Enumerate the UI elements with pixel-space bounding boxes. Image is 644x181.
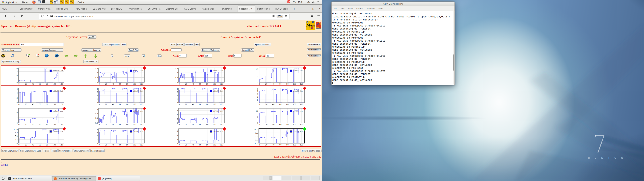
tab-discriminator[interactable]: Discriminator bbox=[164, 6, 182, 12]
power-icon[interactable] bbox=[317, 1, 319, 4]
tags-fits-dropdown[interactable]: Tags & Fits bbox=[128, 48, 139, 52]
tab-statistics-c[interactable]: Statistics @ c bbox=[256, 6, 273, 12]
tab-run-control[interactable]: Run Control ( bbox=[274, 6, 292, 12]
enable-logging-button[interactable]: Enable Logging bbox=[90, 149, 105, 152]
workspace-2[interactable] bbox=[273, 176, 282, 180]
network-status-icon[interactable]: ? bbox=[307, 1, 310, 4]
tab-led-and-wav[interactable]: LED and Wav bbox=[91, 6, 109, 12]
new-window-button[interactable]: new bbox=[124, 54, 130, 57]
terminal-menu-help[interactable]: Help bbox=[378, 7, 383, 10]
hamburger-menu-icon[interactable] bbox=[316, 14, 321, 18]
midas-logo[interactable]: Midaspowered byPOWERED bbox=[306, 21, 314, 30]
auto-update-button[interactable]: Auto Update ON bbox=[83, 60, 98, 63]
select-spectrum-dropdown[interactable]: Select a spectrum bbox=[102, 43, 120, 46]
workspace-6[interactable] bbox=[311, 176, 320, 180]
ymax-input[interactable]: 11 bbox=[266, 54, 274, 58]
xmin-input[interactable]: 0 bbox=[178, 54, 187, 58]
taskbar-window-3[interactable]: [AnyDesk] bbox=[96, 176, 140, 181]
what-are-these-button-1[interactable]: What are these? bbox=[307, 43, 321, 46]
overflow-menu-icon[interactable] bbox=[310, 14, 314, 18]
spectra-functions-dropdown[interactable]: Spectra functions bbox=[254, 43, 271, 46]
tab-lost-activity[interactable]: Lost activity bbox=[110, 6, 128, 12]
bookmark-star-icon[interactable] bbox=[284, 14, 288, 18]
chart-cell-aida08[interactable]: 012345020406080100120aida08 Stat bbox=[241, 86, 321, 106]
workspace-3[interactable] bbox=[282, 176, 291, 180]
tab-experiment-c[interactable]: Experiment C bbox=[18, 6, 36, 12]
zoom-level[interactable]: 80% bbox=[276, 15, 283, 18]
tab-close-icon[interactable]: × bbox=[250, 8, 252, 10]
terminal-close-button[interactable] bbox=[450, 3, 453, 5]
tab-gsi-white-ra[interactable]: GSI White Ra bbox=[146, 6, 164, 12]
permissions-icon[interactable] bbox=[50, 15, 53, 18]
tab-temperature[interactable]: Temperature bbox=[219, 6, 237, 12]
workspace-4[interactable] bbox=[292, 176, 300, 180]
radioactive-icon-button[interactable] bbox=[1, 54, 5, 58]
workspace-5[interactable] bbox=[301, 176, 310, 180]
show-desktop-icon[interactable] bbox=[2, 176, 5, 180]
terminal-scrollbar-thumb[interactable] bbox=[453, 54, 454, 70]
show-log-window-button[interactable]: Show Log Window bbox=[73, 149, 90, 152]
acquisition-server-select[interactable]: aida05 bbox=[88, 35, 96, 38]
reload-button[interactable] bbox=[20, 14, 24, 18]
view-functions-dropdown[interactable]: View functions bbox=[1, 48, 22, 52]
reader-mode-icon[interactable] bbox=[272, 14, 275, 18]
reset-button[interactable]: Reset bbox=[51, 149, 58, 152]
midas-launcher-icon[interactable]: Midas bbox=[50, 0, 53, 4]
shield-icon[interactable] bbox=[41, 14, 44, 18]
forward-button[interactable] bbox=[12, 14, 16, 18]
chart-cell-aida12[interactable]: 0510020406080100120aida12 Stat bbox=[241, 106, 321, 126]
chart-cell-aida01[interactable]: 05101520020406080100120aida01 Stat bbox=[1, 66, 81, 86]
show-variables-button[interactable]: Show Variables bbox=[58, 149, 72, 152]
places-menu[interactable]: Places bbox=[22, 0, 28, 4]
refresh-icon-button[interactable] bbox=[11, 54, 15, 58]
terminal-scrollbar[interactable] bbox=[453, 11, 454, 84]
anydesk-tray-icon[interactable] bbox=[288, 0, 290, 4]
url-bar[interactable]: localhost:8015/Spectrum/Spectrum.tml 80% bbox=[39, 14, 290, 19]
chart-cell-aida11[interactable]: 0246020406080100120aida11 Stat bbox=[161, 106, 241, 126]
zoom-in-icon-button[interactable] bbox=[26, 54, 30, 58]
chart-cell-aida10[interactable]: 0.01.02.03.0020406080100120aida10 Stat bbox=[81, 106, 161, 126]
terminal-launcher-icon[interactable] bbox=[42, 0, 45, 4]
ymin-input[interactable]: 0 bbox=[234, 54, 242, 58]
reload-button[interactable]: Reload bbox=[43, 149, 50, 152]
applications-menu-icon[interactable] bbox=[2, 0, 4, 4]
chart-cell-aida03[interactable]: 0.01.02.03.0020406080100120aida03 Stat bbox=[161, 66, 241, 86]
files-launcher-icon[interactable] bbox=[38, 0, 41, 4]
arrow-up-icon-button[interactable] bbox=[84, 54, 87, 59]
analysis-functions-dropdown[interactable]: Analysis functions bbox=[81, 48, 101, 52]
arrow-right-icon-button[interactable] bbox=[74, 54, 78, 59]
tab-spectrum-b[interactable]: Spectrum B× bbox=[237, 6, 255, 12]
url-text[interactable]: localhost:8015/Spectrum/Spectrum.tml bbox=[54, 15, 94, 18]
channel-input[interactable] bbox=[171, 48, 182, 52]
spectrum-name-input[interactable]: Stat bbox=[20, 43, 64, 46]
home-link[interactable]: Home bbox=[1, 163, 8, 166]
firefox-launcher-icon[interactable] bbox=[32, 0, 36, 4]
terminal-maximize-button[interactable] bbox=[446, 3, 449, 5]
multi-button[interactable]: multi bbox=[121, 43, 126, 46]
chart-cell-aida09[interactable]: 0510020406080100120aida09 Stat bbox=[1, 106, 81, 126]
zero-button[interactable]: Zero bbox=[194, 43, 200, 46]
terminal-menu-search[interactable]: Search bbox=[356, 7, 363, 10]
update-rate-dropdown[interactable]: Update Rate (4 secs) bbox=[1, 60, 21, 63]
x-scale-button[interactable]: x bbox=[111, 54, 113, 57]
show-button[interactable]: Show bbox=[170, 43, 176, 46]
layout-id-dropdown[interactable]: Layout ID=2 bbox=[241, 48, 254, 52]
chart-cell-aida14[interactable]: 01234020406080100120aida14 Stat bbox=[81, 126, 161, 146]
tab-aida[interactable]: AIDA bbox=[0, 6, 18, 12]
what-are-these-button-2[interactable]: What are these? bbox=[307, 48, 321, 51]
volume-muted-icon[interactable] bbox=[312, 1, 315, 4]
terminal-output[interactable]: done executing do_PostSetup loading Spec… bbox=[332, 11, 454, 84]
taskbar-window-2[interactable]: Spectrum Browser @ carme-gsi — ... bbox=[52, 176, 96, 181]
tab-system-wide[interactable]: System wide bbox=[201, 6, 219, 12]
midas-launcher-icon[interactable]: Midas bbox=[70, 0, 74, 4]
chart-cell-aida04[interactable]: 0510020406080100120aida04 Stat bbox=[241, 66, 321, 86]
number-of-galleries-dropdown[interactable]: Number of Galleries bbox=[201, 48, 220, 52]
chart-cell-aida05[interactable]: 0246020406080100120aida05 Stat bbox=[1, 86, 81, 106]
scroll-down-icon-button[interactable] bbox=[45, 54, 49, 58]
empty-log-window-button[interactable]: Empty Log Window bbox=[1, 149, 18, 152]
page-info-icon[interactable] bbox=[46, 14, 48, 18]
xmax-input[interactable]: 128 bbox=[204, 54, 212, 58]
log-scale-button[interactable]: log bbox=[157, 54, 162, 57]
terminal-menu-file[interactable]: File bbox=[334, 7, 337, 10]
chart-cell-aida06[interactable]: 01234020406080100120aida06 Stat bbox=[81, 86, 161, 106]
